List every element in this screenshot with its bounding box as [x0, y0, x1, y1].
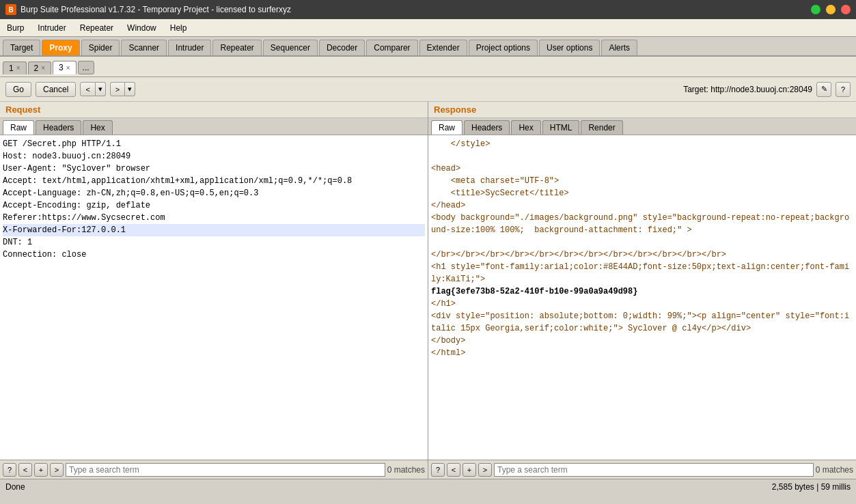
response-line: </body>: [431, 335, 853, 347]
tab-proxy[interactable]: Proxy: [42, 40, 79, 55]
sub-tab-1[interactable]: 1 ×: [3, 61, 27, 74]
sub-tab-more[interactable]: ...: [78, 61, 94, 74]
response-tab-render[interactable]: Render: [581, 120, 622, 135]
minimize-button[interactable]: [811, 5, 820, 14]
menu-intruder[interactable]: Intruder: [35, 22, 68, 34]
request-line: DNT: 1: [3, 236, 425, 249]
request-header: Request: [0, 102, 428, 118]
sub-tab-2[interactable]: 2 ×: [28, 61, 52, 74]
response-content[interactable]: </style> <head> <meta charset="UTF-8"> <…: [428, 135, 856, 460]
request-search-bar: ? < + > 0 matches: [0, 460, 428, 479]
nav-fwd-group: > ▾: [110, 82, 135, 96]
request-line: Accept: text/html,application/xhtml+xml,…: [3, 175, 425, 187]
request-tab-hex[interactable]: Hex: [83, 120, 112, 135]
tab-target[interactable]: Target: [3, 40, 40, 55]
tab-decoder[interactable]: Decoder: [319, 40, 365, 55]
titlebar-title: B Burp Suite Professional v1.7.32 - Temp…: [5, 4, 291, 15]
tab-comparer[interactable]: Comparer: [366, 40, 417, 55]
tab-extender[interactable]: Extender: [419, 40, 467, 55]
sub-tab-3-close[interactable]: ×: [66, 64, 70, 72]
app-title: Burp Suite Professional v1.7.32 - Tempor…: [20, 5, 291, 14]
response-search-matches: 0 matches: [816, 465, 853, 475]
sub-tab-3[interactable]: 3 ×: [53, 61, 77, 74]
request-line: Referer:https://www.Sycsecret.com: [3, 212, 425, 224]
response-help-btn[interactable]: ?: [431, 463, 445, 477]
edit-icon: ✎: [821, 85, 827, 94]
request-next-btn[interactable]: +: [34, 463, 48, 477]
nav-back-dropdown[interactable]: ▾: [96, 82, 106, 96]
tab-project-options[interactable]: Project options: [469, 40, 538, 55]
sub-tab-1-close[interactable]: ×: [16, 64, 20, 72]
response-line: </html>: [431, 347, 853, 359]
go-button[interactable]: Go: [5, 82, 31, 97]
request-search-input[interactable]: [66, 463, 385, 477]
request-line: GET /Secret.php HTTP/1.1: [3, 138, 425, 150]
help-icon: ?: [841, 85, 845, 94]
response-tab-headers[interactable]: Headers: [464, 120, 510, 135]
response-header: Response: [428, 102, 856, 118]
app-icon: B: [5, 4, 16, 15]
response-line: [431, 236, 853, 249]
response-line: <meta charset="UTF-8">: [431, 175, 853, 187]
response-line: <h1 style="font-family:arial;color:#8E44…: [431, 261, 853, 285]
request-help-btn[interactable]: ?: [3, 463, 16, 477]
close-button[interactable]: [841, 5, 851, 14]
response-line: [431, 150, 853, 163]
response-line: <head>: [431, 163, 853, 175]
menubar: Burp Intruder Repeater Window Help: [0, 19, 856, 37]
request-prev-btn[interactable]: <: [18, 463, 32, 477]
request-tab-raw[interactable]: Raw: [3, 120, 34, 135]
menu-repeater[interactable]: Repeater: [77, 22, 116, 34]
cancel-button[interactable]: Cancel: [36, 82, 76, 97]
response-line: </h1>: [431, 298, 853, 310]
response-line: </br></br></br></br></br></br></br></br>…: [431, 249, 853, 261]
request-line: Accept-Language: zh-CN,zh;q=0.8,en-US;q=…: [3, 187, 425, 199]
response-panel: Response Raw Headers Hex HTML Render </s…: [428, 102, 856, 479]
nav-fwd-button[interactable]: >: [110, 82, 125, 96]
request-search-matches: 0 matches: [387, 465, 425, 475]
nav-fwd-dropdown[interactable]: ▾: [125, 82, 135, 96]
response-next-btn[interactable]: +: [462, 463, 476, 477]
edit-target-button[interactable]: ✎: [816, 82, 831, 97]
tab-sequencer[interactable]: Sequencer: [263, 40, 318, 55]
request-fwd-btn[interactable]: >: [50, 463, 64, 477]
request-tabs: Raw Headers Hex: [0, 118, 428, 135]
main-tab-bar: Target Proxy Spider Scanner Intruder Rep…: [0, 37, 856, 57]
titlebar: B Burp Suite Professional v1.7.32 - Temp…: [0, 0, 856, 19]
request-panel: Request Raw Headers Hex GET /Secret.php …: [0, 102, 428, 479]
response-line: </head>: [431, 199, 853, 212]
response-line: <div style="position: absolute;bottom: 0…: [431, 310, 853, 335]
sub-tab-2-close[interactable]: ×: [41, 64, 45, 72]
sub-tab-bar: 1 × 2 × 3 × ...: [0, 57, 856, 77]
response-line: <title>SycSecret</title>: [431, 187, 853, 199]
maximize-button[interactable]: [826, 5, 836, 14]
tab-user-options[interactable]: User options: [539, 40, 600, 55]
request-line: Connection: close: [3, 249, 425, 261]
menu-help[interactable]: Help: [167, 22, 190, 34]
toolbar-target: Target: http://node3.buuoj.cn:28049 ✎ ?: [683, 82, 851, 97]
request-tab-headers[interactable]: Headers: [36, 120, 81, 135]
menu-burp[interactable]: Burp: [4, 22, 27, 34]
response-search-bar: ? < + > 0 matches: [428, 460, 856, 479]
tab-spider[interactable]: Spider: [81, 40, 120, 55]
request-line: X-Forwarded-For:127.0.0.1: [3, 224, 425, 236]
tab-intruder[interactable]: Intruder: [168, 40, 211, 55]
response-line: </style>: [431, 138, 853, 150]
tab-scanner[interactable]: Scanner: [121, 40, 167, 55]
response-search-input[interactable]: [494, 463, 814, 477]
response-tab-html[interactable]: HTML: [542, 120, 580, 135]
tab-repeater[interactable]: Repeater: [212, 40, 261, 55]
nav-back-group: < ▾: [80, 82, 105, 96]
request-line: Host: node3.buuoj.cn:28049: [3, 150, 425, 163]
response-prev-btn[interactable]: <: [447, 463, 460, 477]
response-line: flag{3efe73b8-52a2-410f-b10e-99a0a9a49d9…: [431, 285, 853, 298]
response-fwd-btn[interactable]: >: [478, 463, 492, 477]
sub-tab-1-label: 1: [9, 64, 14, 73]
request-content[interactable]: GET /Secret.php HTTP/1.1Host: node3.buuo…: [0, 135, 428, 460]
tab-alerts[interactable]: Alerts: [601, 40, 637, 55]
response-tab-raw[interactable]: Raw: [431, 120, 462, 135]
menu-window[interactable]: Window: [124, 22, 159, 34]
nav-back-button[interactable]: <: [80, 82, 95, 96]
help-button[interactable]: ?: [836, 82, 851, 97]
response-tab-hex[interactable]: Hex: [511, 120, 540, 135]
